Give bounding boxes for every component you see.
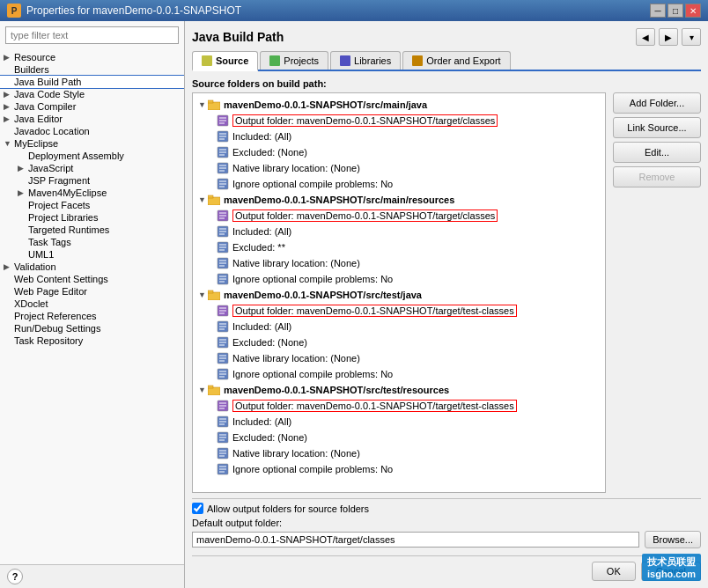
sidebar-item-project-facets[interactable]: Project Facets: [0, 199, 184, 211]
bp-child-label: Output folder: mavenDemo-0.0.1-SNAPSHOT/…: [232, 114, 498, 127]
menu-button[interactable]: ▾: [682, 28, 701, 46]
bp-child-label: Ignore optional compile problems: No: [232, 179, 393, 189]
window-title: Properties for mavenDemo-0.0.1-SNAPSHOT: [26, 4, 241, 17]
sidebar-item-label: Resource: [14, 52, 55, 62]
sidebar-item-xdoclet[interactable]: XDoclet: [0, 298, 184, 310]
tab-projects[interactable]: Projects: [260, 51, 328, 70]
sidebar-item-uml1[interactable]: UML1: [0, 248, 184, 261]
sidebar-item-jsp-fragment[interactable]: JSP Fragment: [0, 174, 184, 187]
sidebar-item-label: Java Editor: [14, 114, 63, 124]
bp-child-label: Excluded: (None): [232, 337, 307, 348]
sidebar-item-project-references[interactable]: Project References: [0, 310, 184, 322]
dialog-buttons: OKCancel: [192, 555, 701, 581]
bp-child-label: Included: (All): [232, 226, 291, 237]
sidebar-item-maven4myeclipse[interactable]: ▶Maven4MyEclipse: [0, 187, 184, 199]
content-area: ▼mavenDemo-0.0.1-SNAPSHOT/src/main/javaO…: [192, 92, 701, 493]
edit-button[interactable]: Edit...: [613, 142, 701, 163]
bottom-section: Allow output folders for source folders …: [192, 498, 701, 548]
sidebar-item-label: Javadoc Location: [14, 126, 90, 136]
sidebar-item-java-code-style[interactable]: ▶Java Code Style: [0, 88, 184, 100]
bp-child-excluded3: Excluded: (None): [196, 334, 601, 350]
bp-child-output1: Output folder: mavenDemo-0.0.1-SNAPSHOT/…: [196, 113, 601, 129]
sidebar-item-label: Task Repository: [14, 335, 83, 346]
bp-child-label: Output folder: mavenDemo-0.0.1-SNAPSHOT/…: [232, 400, 517, 412]
svg-rect-45: [208, 290, 213, 293]
link-source-button[interactable]: Link Source...: [613, 117, 701, 138]
sidebar-item-resource[interactable]: ▶Resource: [0, 51, 184, 63]
sidebar-item-label: Maven4MyEclipse: [28, 187, 107, 198]
bp-child-ignore1: Ignore optional compile problems: No: [196, 176, 601, 192]
svg-rect-0: [208, 102, 220, 110]
bp-folder-src-main-java[interactable]: ▼mavenDemo-0.0.1-SNAPSHOT/src/main/java: [196, 97, 601, 113]
sidebar-item-label: Project References: [14, 311, 97, 321]
tab-label-source: Source: [216, 55, 248, 66]
bp-folder-src-test-java[interactable]: ▼mavenDemo-0.0.1-SNAPSHOT/src/test/java: [196, 287, 601, 303]
bp-child-label: Native library location: (None): [232, 258, 360, 268]
bp-child-included2: Included: (All): [196, 224, 601, 239]
sidebar-item-label: XDoclet: [14, 298, 48, 309]
add-folder-button[interactable]: Add Folder...: [613, 92, 701, 114]
bp-child-label: Excluded: (None): [232, 432, 307, 443]
page-title: Java Build Path: [192, 30, 284, 44]
back-button[interactable]: ◀: [636, 28, 655, 46]
bp-child-excluded4: Excluded: (None): [196, 430, 601, 445]
tab-order-export[interactable]: Order and Export: [402, 51, 510, 70]
minimize-button[interactable]: ─: [650, 4, 666, 18]
bp-folder-label: mavenDemo-0.0.1-SNAPSHOT/src/main/resour…: [224, 195, 454, 205]
sidebar-item-java-compiler[interactable]: ▶Java Compiler: [0, 100, 184, 113]
browse-button[interactable]: Browse...: [645, 531, 701, 548]
sidebar-item-web-page-editor[interactable]: Web Page Editor: [0, 285, 184, 298]
sidebar-item-project-libraries[interactable]: Project Libraries: [0, 211, 184, 224]
sidebar-item-myeclipse[interactable]: ▼MyEclipse: [0, 137, 184, 150]
bp-child-included3: Included: (All): [196, 319, 601, 334]
sidebar-item-label: Java Build Path: [14, 77, 81, 87]
bp-child-excluded1: Excluded: (None): [196, 144, 601, 160]
sidebar-item-label: Web Content Settings: [14, 274, 108, 284]
bp-child-label: Included: (All): [232, 321, 291, 332]
default-output-label: Default output folder:: [192, 518, 701, 528]
bp-child-label: Native library location: (None): [232, 353, 360, 364]
allow-output-checkbox[interactable]: [192, 503, 203, 514]
bp-folder-src-main-resources[interactable]: ▼mavenDemo-0.0.1-SNAPSHOT/src/main/resou…: [196, 192, 601, 208]
remove-button[interactable]: Remove: [613, 166, 701, 187]
libraries-tab-icon: [340, 55, 350, 66]
sidebar-item-validation[interactable]: ▶Validation: [0, 261, 184, 273]
bp-child-excluded2: Excluded: **: [196, 239, 601, 255]
bp-child-included4: Included: (All): [196, 414, 601, 430]
maximize-button[interactable]: □: [667, 4, 683, 18]
forward-button[interactable]: ▶: [659, 28, 678, 46]
sidebar-item-java-editor[interactable]: ▶Java Editor: [0, 113, 184, 125]
sidebar-item-builders[interactable]: Builders: [0, 63, 184, 76]
sidebar-item-run-debug-settings[interactable]: Run/Debug Settings: [0, 322, 184, 334]
window-controls: ─ □ ✕: [650, 4, 701, 18]
sidebar-item-java-build-path[interactable]: Java Build Path: [0, 76, 184, 88]
close-button[interactable]: ✕: [685, 4, 701, 18]
bp-child-native4: Native library location: (None): [196, 445, 601, 461]
sidebar-item-label: Web Page Editor: [14, 286, 87, 297]
svg-rect-1: [208, 100, 213, 103]
sidebar-item-targeted-runtimes[interactable]: Targeted Runtimes: [0, 224, 184, 236]
default-output-input[interactable]: [192, 532, 639, 548]
help-area: ?: [0, 564, 184, 588]
bp-child-native3: Native library location: (None): [196, 350, 601, 366]
sidebar-item-task-repository[interactable]: Task Repository: [0, 334, 184, 347]
sidebar-item-javascript[interactable]: ▶JavaScript: [0, 162, 184, 174]
filter-input[interactable]: [5, 26, 179, 44]
bp-child-ignore2: Ignore optional compile problems: No: [196, 271, 601, 287]
sidebar-item-deployment-assembly[interactable]: Deployment Assembly: [0, 150, 184, 162]
bp-child-label: Excluded: **: [232, 242, 285, 253]
tab-source[interactable]: Source: [192, 51, 258, 71]
svg-rect-23: [208, 195, 213, 198]
bp-child-label: Ignore optional compile problems: No: [232, 369, 393, 379]
tab-libraries[interactable]: Libraries: [330, 51, 401, 70]
bp-folder-src-test-resources[interactable]: ▼mavenDemo-0.0.1-SNAPSHOT/src/test/resou…: [196, 382, 601, 398]
section-label: Source folders on build path:: [192, 78, 701, 89]
help-button[interactable]: ?: [7, 569, 23, 584]
sidebar-item-task-tags[interactable]: Task Tags: [0, 236, 184, 248]
bp-child-output2: Output folder: mavenDemo-0.0.1-SNAPSHOT/…: [196, 208, 601, 224]
ok-button[interactable]: OK: [592, 562, 636, 581]
action-panel: Add Folder...Link Source...Edit...Remove: [613, 92, 701, 493]
sidebar-item-javadoc-location[interactable]: Javadoc Location: [0, 125, 184, 137]
bp-folder-label: mavenDemo-0.0.1-SNAPSHOT/src/main/java: [224, 99, 427, 110]
sidebar-item-web-content-settings[interactable]: Web Content Settings: [0, 273, 184, 285]
